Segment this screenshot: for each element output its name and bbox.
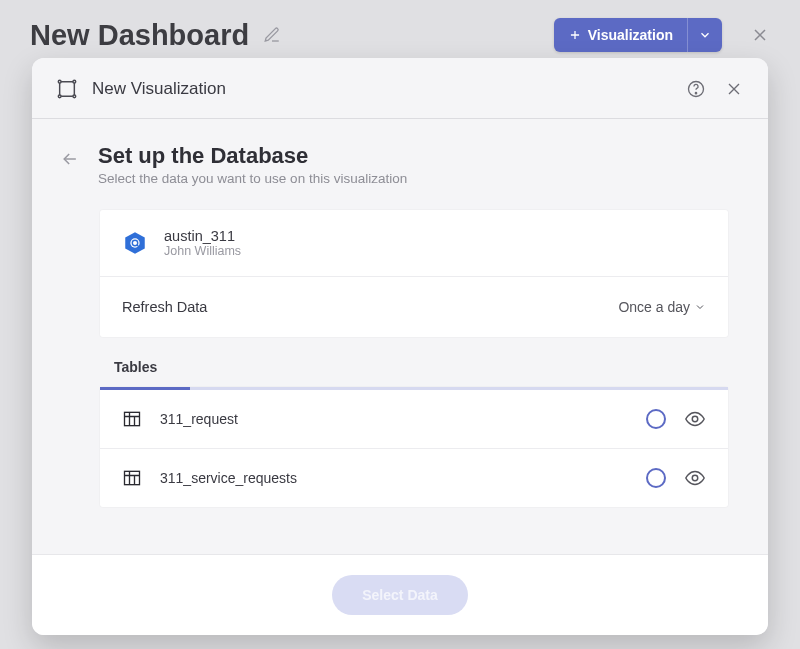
database-card: austin_311 John Williams Refresh Data On…	[100, 210, 728, 337]
add-visualization-button[interactable]: Visualization	[554, 18, 687, 52]
svg-rect-0	[60, 82, 75, 97]
section-subheading: Select the data you want to use on this …	[98, 171, 407, 186]
refresh-label: Refresh Data	[122, 299, 207, 315]
svg-point-6	[695, 93, 696, 94]
svg-rect-13	[125, 471, 140, 484]
select-data-button[interactable]: Select Data	[332, 575, 467, 615]
table-row[interactable]: 311_request	[100, 390, 728, 449]
svg-point-14	[692, 475, 698, 481]
visualization-button-label: Visualization	[588, 27, 673, 43]
edit-icon[interactable]	[263, 26, 281, 44]
table-row[interactable]: 311_service_requests	[100, 449, 728, 507]
refresh-row[interactable]: Refresh Data Once a day	[100, 277, 728, 337]
preview-icon[interactable]	[684, 408, 706, 430]
modal: New Visualization Set up the Database Se…	[32, 58, 768, 635]
modal-footer: Select Data	[32, 554, 768, 635]
help-icon[interactable]	[686, 79, 706, 99]
modal-header: New Visualization	[32, 58, 768, 119]
plus-icon	[568, 28, 582, 42]
table-name: 311_service_requests	[160, 470, 628, 486]
modal-body: Set up the Database Select the data you …	[32, 119, 768, 554]
visualization-dropdown-button[interactable]	[687, 18, 722, 52]
svg-point-12	[692, 416, 698, 422]
top-bar: New Dashboard Visualization	[0, 0, 800, 66]
close-button[interactable]	[750, 25, 770, 45]
table-select-radio[interactable]	[646, 409, 666, 429]
svg-rect-11	[125, 412, 140, 425]
database-row[interactable]: austin_311 John Williams	[100, 210, 728, 277]
chevron-down-icon	[698, 28, 712, 42]
tables-card: 311_request 311_service_requests	[100, 387, 728, 507]
database-icon	[122, 230, 148, 256]
database-owner: John Williams	[164, 244, 241, 258]
table-name: 311_request	[160, 411, 628, 427]
page-title: New Dashboard	[30, 19, 249, 52]
svg-point-4	[73, 95, 76, 98]
table-select-radio[interactable]	[646, 468, 666, 488]
visualization-button-group: Visualization	[554, 18, 722, 52]
refresh-value[interactable]: Once a day	[618, 299, 706, 315]
modal-close-icon[interactable]	[724, 79, 744, 99]
tables-label: Tables	[114, 359, 728, 375]
svg-point-2	[73, 80, 76, 83]
preview-icon[interactable]	[684, 467, 706, 489]
modal-title: New Visualization	[92, 79, 226, 99]
section-heading: Set up the Database	[98, 143, 407, 169]
back-button[interactable]	[60, 149, 80, 169]
table-icon	[122, 468, 142, 488]
svg-point-3	[58, 95, 61, 98]
table-icon	[122, 409, 142, 429]
widget-icon	[56, 78, 78, 100]
svg-point-1	[58, 80, 61, 83]
database-name: austin_311	[164, 228, 241, 244]
